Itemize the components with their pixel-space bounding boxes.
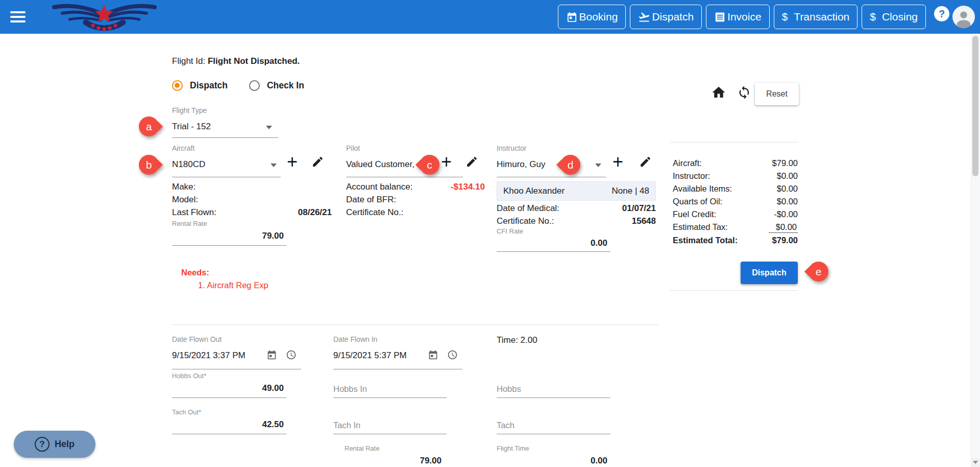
flight-time-input[interactable]: 0.00 bbox=[497, 456, 607, 466]
model-label: Model: bbox=[172, 195, 198, 205]
add-aircraft-button[interactable]: + bbox=[287, 154, 298, 170]
check-in-radio-label[interactable]: Check In bbox=[267, 80, 304, 91]
summary-label: Aircraft: bbox=[673, 158, 702, 169]
summary-row-estimated-tax: Estimated Tax:$0.00 bbox=[673, 222, 798, 233]
date-flown-out-underline bbox=[172, 369, 301, 369]
account-balance-value: -$134.10 bbox=[424, 182, 485, 192]
last-flown-value: 08/26/21 bbox=[286, 207, 332, 218]
time-total-text: Time: 2.00 bbox=[497, 335, 537, 345]
make-label: Make: bbox=[172, 182, 195, 192]
scrollbar-thumb[interactable] bbox=[972, 36, 978, 176]
hobbs-out-input[interactable]: 49.00 bbox=[172, 383, 284, 393]
flight-id-label: Flight Id: bbox=[172, 56, 208, 66]
tach-out-input[interactable]: 42.50 bbox=[172, 419, 284, 430]
cfi-rate-underline bbox=[497, 251, 610, 252]
aircraft-select[interactable]: N180CD bbox=[172, 159, 264, 170]
calendar-icon[interactable] bbox=[266, 349, 277, 360]
instructor-result-name: Khoo Alexander bbox=[503, 186, 565, 196]
scroll-down-button[interactable] bbox=[971, 458, 980, 467]
aircraft-underline bbox=[172, 177, 281, 177]
tach-input[interactable]: Tach bbox=[497, 421, 514, 430]
home-icon[interactable] bbox=[711, 85, 726, 100]
flight-type-select[interactable]: Trial - 152 bbox=[172, 122, 264, 132]
date-flown-in-label: Date Flown In bbox=[333, 335, 377, 343]
add-instructor-button[interactable]: + bbox=[612, 154, 623, 170]
reset-button[interactable]: Reset bbox=[755, 83, 799, 105]
annotation-pin-e: e bbox=[808, 262, 828, 282]
chevron-down-icon[interactable] bbox=[271, 164, 277, 167]
user-avatar[interactable] bbox=[952, 6, 975, 28]
tach-in-input[interactable]: Tach In bbox=[333, 421, 360, 430]
chevron-down-icon[interactable] bbox=[266, 126, 272, 129]
summary-label: Estimated Total: bbox=[673, 236, 738, 246]
hobbs-underline bbox=[497, 398, 610, 398]
rental-rate-input[interactable]: 79.00 bbox=[172, 231, 284, 241]
calendar-icon[interactable] bbox=[428, 349, 438, 360]
rental-rate-label: Rental Rate bbox=[172, 220, 207, 227]
calendar-icon bbox=[566, 11, 578, 23]
help-button-label: Help bbox=[55, 439, 75, 450]
aircraft-label: Aircraft bbox=[172, 144, 194, 152]
annotation-pin-d: d bbox=[560, 155, 580, 175]
nav-closing-button[interactable]: $ Closing bbox=[862, 5, 926, 29]
tach-out-underline bbox=[172, 434, 286, 434]
summary-value: $79.00 bbox=[772, 236, 798, 246]
nav-invoice-button[interactable]: Invoice bbox=[706, 5, 770, 29]
add-pilot-button[interactable]: + bbox=[441, 154, 452, 170]
nav-dispatch-button[interactable]: Dispatch bbox=[630, 5, 702, 29]
date-flown-out-input[interactable]: 9/15/2021 3:37 PM bbox=[172, 351, 246, 361]
hobbs-in-input[interactable]: Hobbs In bbox=[333, 384, 367, 394]
summary-value: $79.00 bbox=[772, 158, 798, 169]
instructor-select[interactable]: Himuro, Guy bbox=[497, 159, 558, 170]
date-of-medical-label: Date of Medical: bbox=[497, 203, 559, 214]
company-logo[interactable] bbox=[47, 1, 162, 33]
plane-takeoff-icon bbox=[638, 11, 650, 23]
summary-value: $0.00 bbox=[777, 171, 798, 182]
pilot-label: Pilot bbox=[346, 144, 360, 152]
edit-instructor-pencil-icon[interactable] bbox=[639, 155, 652, 168]
hobbs-input[interactable]: Hobbs bbox=[497, 384, 521, 394]
bottom-rental-rate-input[interactable]: 79.00 bbox=[333, 456, 442, 466]
check-in-radio[interactable] bbox=[249, 80, 260, 91]
winged-star-logo-icon bbox=[47, 1, 162, 33]
bottom-rental-rate-label: Rental Rate bbox=[345, 445, 380, 452]
instructor-result-row[interactable]: Khoo Alexander None | 48 bbox=[497, 181, 656, 201]
nav-help-icon[interactable]: ? bbox=[934, 6, 949, 21]
hamburger-menu-icon[interactable] bbox=[10, 11, 26, 22]
instructor-result-info: None | 48 bbox=[612, 186, 649, 196]
account-balance-label: Account balance: bbox=[346, 182, 412, 192]
dollar-icon: $ bbox=[870, 11, 876, 23]
dispatch-radio[interactable] bbox=[172, 80, 183, 91]
date-flown-out-label: Date Flown Out bbox=[172, 335, 222, 343]
summary-value: $0.00 bbox=[777, 184, 798, 195]
edit-aircraft-pencil-icon[interactable] bbox=[311, 155, 324, 168]
summary-label: Available Items: bbox=[673, 184, 732, 195]
dollar-icon: $ bbox=[782, 11, 788, 23]
instructor-certificate-value: 15648 bbox=[605, 216, 656, 226]
nav-booking-button[interactable]: Booking bbox=[558, 5, 626, 29]
dispatch-radio-label[interactable]: Dispatch bbox=[190, 80, 228, 91]
dispatch-submit-button[interactable]: Dispatch bbox=[741, 262, 798, 284]
rental-rate-underline bbox=[172, 245, 286, 246]
date-of-medical-value: 01/07/21 bbox=[605, 203, 656, 214]
date-flown-in-input[interactable]: 9/15/2021 5:37 PM bbox=[333, 351, 407, 361]
summary-row-quarts-of-oil: Quarts of Oil:$0.00 bbox=[673, 197, 798, 207]
nav-transaction-button[interactable]: $ Transaction bbox=[774, 5, 858, 29]
chevron-down-icon[interactable] bbox=[595, 164, 601, 167]
clock-icon[interactable] bbox=[447, 349, 458, 360]
hobbs-in-underline bbox=[333, 398, 447, 398]
date-flown-in-underline bbox=[333, 369, 462, 369]
date-of-bfr-label: Date of BFR: bbox=[346, 195, 396, 205]
clock-icon[interactable] bbox=[286, 349, 297, 360]
pilot-select[interactable]: Valued Customer, ... bbox=[346, 159, 423, 170]
refresh-sync-icon[interactable] bbox=[737, 85, 751, 100]
cfi-rate-input[interactable]: 0.00 bbox=[497, 238, 607, 248]
edit-pilot-pencil-icon[interactable] bbox=[465, 155, 478, 168]
annotation-pin-a: a bbox=[139, 116, 159, 136]
cfi-rate-label: CFI Rate bbox=[497, 227, 523, 235]
help-button[interactable]: ? Help bbox=[14, 431, 95, 458]
caret-down-icon bbox=[973, 461, 978, 464]
tach-underline bbox=[497, 434, 610, 434]
pilot-underline bbox=[346, 177, 463, 177]
summary-label: Fuel Credit: bbox=[673, 209, 716, 220]
